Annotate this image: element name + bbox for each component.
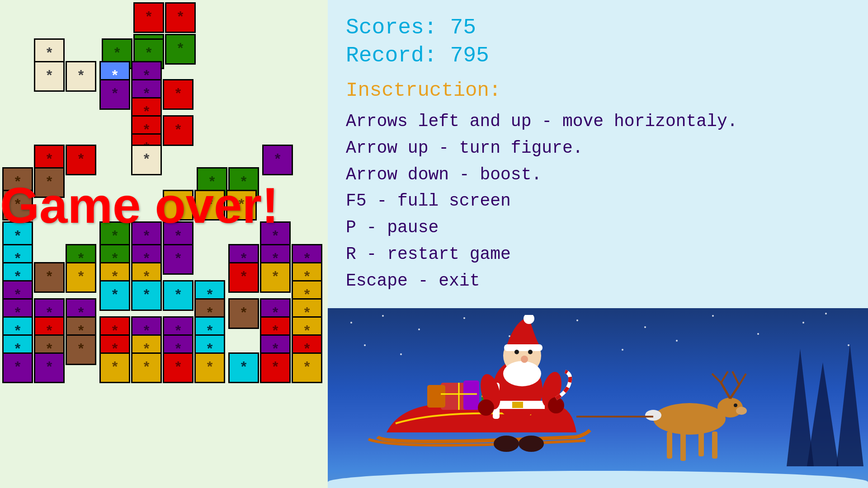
cell: * (34, 61, 65, 92)
game-over-overlay: Game over! (0, 176, 278, 235)
cell: * (194, 352, 225, 383)
svg-line-16 (732, 371, 739, 385)
svg-point-3 (653, 403, 726, 435)
score-display: Scores: 75 (346, 14, 850, 42)
svg-rect-29 (512, 402, 523, 408)
cell: * (2, 352, 33, 383)
star-decoration (825, 313, 827, 314)
cell: * (34, 262, 65, 293)
svg-point-35 (514, 350, 519, 354)
right-panel: Scores: 75 Record: 795 Insctruction: Arr… (328, 0, 868, 488)
cell: * (228, 352, 259, 383)
svg-point-42 (494, 436, 519, 452)
cell: * (165, 34, 196, 65)
santa-sleigh (350, 315, 802, 480)
cell: * (260, 352, 291, 383)
cell: * (133, 2, 164, 33)
cell: * (66, 61, 96, 92)
cell: * (165, 2, 196, 33)
instruction-item-5: P - pause (346, 215, 850, 241)
instruction-item-3: Arrow down - boost. (346, 162, 850, 188)
svg-line-15 (739, 374, 746, 385)
svg-marker-1 (807, 362, 839, 466)
svg-point-17 (645, 410, 661, 421)
scores-section: Scores: 75 Record: 795 (346, 14, 850, 70)
cell: * (163, 115, 193, 146)
tetris-grid: * * * * * * * * * * * * * * * * * * * * … (0, 0, 328, 488)
cell: * (131, 145, 162, 175)
cell: * (99, 79, 130, 110)
cell: * (99, 280, 130, 311)
instructions-list: Arrows left and up - move horizontaly. A… (346, 108, 850, 295)
cell: * (66, 145, 96, 175)
cell: * (260, 262, 291, 293)
cell: * (292, 352, 322, 383)
cell: * (66, 262, 96, 293)
svg-line-14 (730, 385, 739, 399)
santa-scene (328, 308, 868, 488)
svg-point-43 (519, 436, 544, 452)
instruction-item-6: R - restart game (346, 241, 850, 268)
cell: * (228, 298, 259, 329)
cell: * (131, 280, 162, 311)
instruction-title: Insctruction: (346, 79, 850, 102)
cell: * (34, 352, 65, 383)
svg-line-11 (721, 383, 730, 399)
svg-marker-2 (836, 344, 863, 466)
cell: * (163, 280, 193, 311)
instruction-item-7: Escape - exit (346, 268, 850, 295)
svg-point-5 (736, 407, 747, 415)
game-board: * * * * * * * * * * * * * * * * * * * * … (0, 0, 328, 488)
svg-rect-31 (504, 344, 542, 351)
info-panel: Scores: 75 Record: 795 Insctruction: Arr… (328, 0, 868, 308)
instruction-item-1: Arrows left and up - move horizontaly. (346, 108, 850, 135)
star-decoration (802, 322, 804, 324)
cell: * (131, 352, 162, 383)
cell: * (66, 334, 96, 365)
svg-point-33 (503, 361, 541, 386)
record-display: Record: 795 (346, 42, 850, 70)
cell: * (262, 145, 293, 175)
cell: * (163, 244, 193, 275)
cell: * (99, 352, 130, 383)
svg-point-6 (734, 404, 737, 407)
svg-rect-22 (463, 380, 479, 410)
svg-point-41 (548, 397, 564, 413)
svg-rect-8 (680, 432, 686, 461)
svg-line-12 (712, 374, 721, 383)
svg-rect-9 (698, 432, 704, 456)
svg-rect-7 (667, 432, 672, 459)
svg-point-34 (521, 356, 528, 363)
svg-rect-10 (712, 432, 717, 459)
svg-point-36 (528, 350, 533, 354)
svg-point-40 (478, 399, 494, 416)
cell: * (163, 79, 193, 110)
cell: * (228, 262, 259, 293)
svg-line-13 (721, 371, 728, 383)
instruction-item-2: Arrow up - turn figure. (346, 135, 850, 162)
instruction-item-4: F5 - full screen (346, 188, 850, 215)
svg-rect-21 (427, 385, 445, 408)
cell: * (163, 352, 193, 383)
